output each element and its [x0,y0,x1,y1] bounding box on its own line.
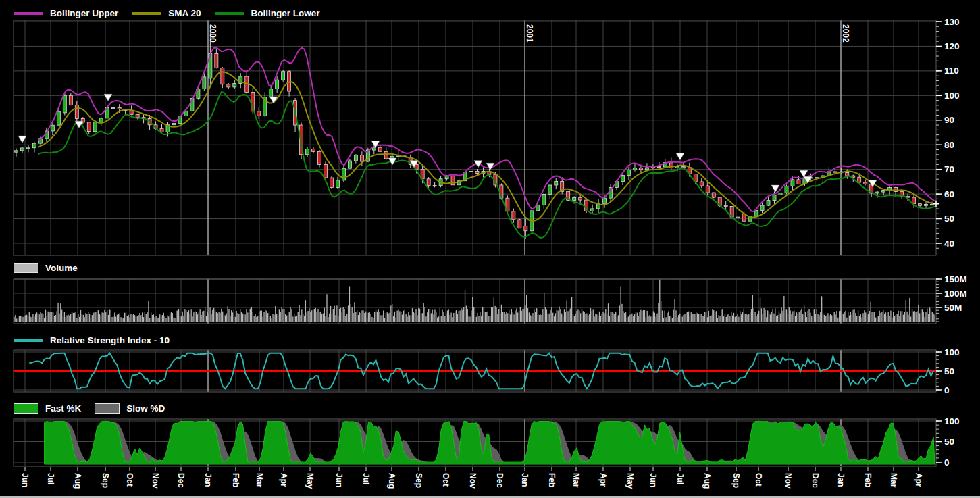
stochastic-tick-label: 0 [944,457,950,468]
price-y-axis: 405060708090100110120130 [936,17,960,253]
month-label: Jun [648,473,658,487]
rsi-tick-label: 0 [944,385,950,395]
month-label: Sep [101,473,110,488]
month-label: Jul [361,473,371,484]
month-label: Nov [783,473,793,489]
month-label: Jul [675,473,685,484]
month-label: May [305,473,315,489]
sma20-swatch-icon [132,12,161,15]
price-tick-label: 130 [944,17,960,27]
month-label: Oct [754,473,763,487]
month-label: Sep [731,473,741,488]
bollinger-upper-line [38,48,935,211]
month-label: Feb [231,473,240,487]
volume-tick-label: 150M [944,274,967,284]
month-label: Apr [598,473,608,487]
rsi-label: Relative Strength Index - 10 [50,335,170,345]
volume-label: Volume [45,263,78,273]
bollinger-upper-swatch-icon [14,12,43,15]
rsi-tick-label: 50 [944,366,954,376]
legend-item-bollinger-upper[interactable]: Bollinger Upper [14,8,118,18]
slow-d-swatch-icon [95,403,120,414]
price-tick-label: 50 [944,214,954,224]
price-legend: Bollinger Upper SMA 20 Bollinger Lower [14,8,334,18]
x-axis: JunJulAugSepOctNovDecJanFebMarAprMayJunJ… [20,467,923,489]
volume-tick-label: 50M [944,303,962,313]
legend-item-sma20[interactable]: SMA 20 [132,8,201,18]
month-label: Mar [889,473,898,488]
month-label: Feb [547,473,557,487]
month-label: Jul [46,473,55,484]
fast-k-swatch-icon [14,403,38,414]
bollinger-upper-label: Bollinger Upper [50,8,118,18]
month-label: Aug [73,473,82,489]
month-label: Jan [203,473,213,487]
chart-canvas[interactable]: 40506070809010011012013020002001200250M1… [0,0,980,498]
stochastic-y-axis: 050100 [936,416,960,468]
price-grid [14,20,936,255]
bollinger-lower-swatch-icon [215,12,244,15]
month-label: Dec [810,473,820,488]
volume-swatch-icon [14,263,38,273]
fast-k-label: Fast %K [45,403,81,414]
month-label: Apr [279,473,288,487]
month-label: Apr [914,473,923,487]
month-label: Mar [571,473,581,488]
price-tick-label: 40 [944,239,954,249]
stochastic-legend: Fast %K Slow %D [14,403,178,414]
price-tick-label: 120 [944,41,960,51]
month-label: Mar [255,473,264,488]
down-triangle-marker [800,170,808,177]
legend-item-rsi[interactable]: Relative Strength Index - 10 [14,335,170,345]
year-label: 2002 [841,24,850,43]
sma20-line [38,72,935,221]
sma20-label: SMA 20 [168,8,201,18]
slow-d-label: Slow %D [126,403,165,414]
month-label: Jun [20,473,30,487]
month-label: Aug [387,473,396,489]
legend-item-volume[interactable]: Volume [14,263,78,273]
volume-legend: Volume [14,263,91,273]
bollinger-lower-line [38,92,935,238]
legend-item-fast-k[interactable]: Fast %K [14,403,81,414]
price-tick-label: 100 [944,91,960,101]
rsi-tick-label: 100 [944,347,960,357]
month-label: Jan [836,473,846,487]
year-label: 2001 [525,24,534,43]
bollinger-lower-label: Bollinger Lower [251,8,320,18]
price-tick-label: 70 [944,164,954,174]
stock-chart-window: 40506070809010011012013020002001200250M1… [0,0,980,498]
month-label: Oct [125,473,134,487]
down-triangle-marker [676,153,684,160]
month-label: Aug [702,473,712,489]
rsi-legend: Relative Strength Index - 10 [14,335,183,345]
month-label: Feb [863,473,873,487]
month-label: May [625,473,635,489]
rsi-y-axis: 050100 [936,347,960,395]
month-label: Sep [414,473,423,488]
volume-y-axis: 50M100M150M [936,274,967,322]
legend-item-bollinger-lower[interactable]: Bollinger Lower [215,8,320,18]
stochastic-tick-label: 100 [944,416,960,426]
month-label: Nov [468,473,478,489]
month-label: Jun [334,473,344,487]
stochastic-tick-label: 50 [944,437,954,447]
month-label: Dec [495,473,505,488]
month-label: Dec [176,473,186,488]
price-tick-label: 60 [944,189,954,199]
month-label: Oct [441,473,450,487]
price-tick-label: 80 [944,140,954,150]
volume-tick-label: 100M [944,289,967,299]
month-label: Nov [151,473,160,489]
price-tick-label: 110 [944,66,959,76]
candles [15,26,934,238]
month-label: Jan [520,473,530,487]
year-label: 2000 [208,24,217,43]
volume-bars [14,280,935,322]
rsi-swatch-icon [14,339,43,342]
price-tick-label: 90 [944,115,954,125]
legend-item-slow-d[interactable]: Slow %D [95,403,165,414]
